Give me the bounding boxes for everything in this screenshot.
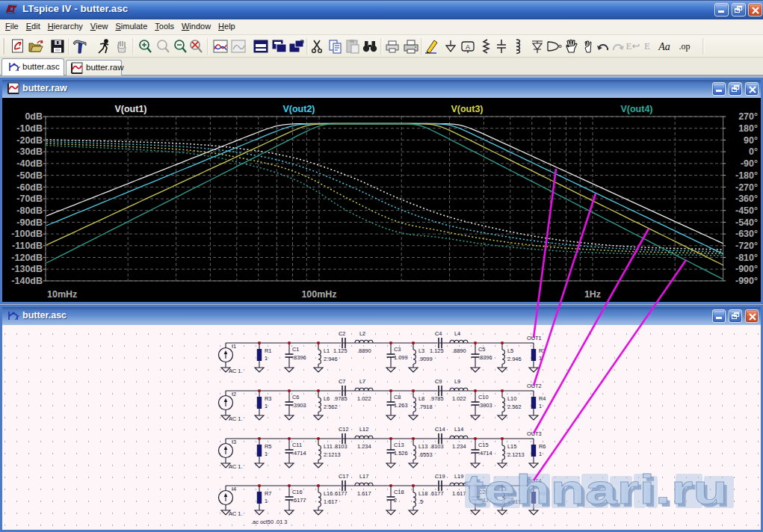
svg-text:1: 1 [539,355,542,362]
svg-text:1.234: 1.234 [357,443,371,450]
svg-text:1: 1 [265,451,268,457]
svg-text:1Hz: 1Hz [584,289,601,300]
svg-text:V(out1): V(out1) [114,104,146,114]
svg-text:.ac oct50 .01 3: .ac oct50 .01 3 [251,519,287,525]
svg-text:AC 1.: AC 1. [229,463,242,470]
svg-text:L8: L8 [418,395,424,402]
svg-text:C14: C14 [435,426,445,433]
svg-text:1.617: 1.617 [324,498,338,505]
svg-text:-630°: -630° [735,229,758,239]
svg-text:-140dB: -140dB [11,276,43,286]
svg-text:-110dB: -110dB [12,241,43,251]
svg-text:AC 1.: AC 1. [229,415,242,422]
svg-text:2.562: 2.562 [324,403,338,410]
svg-text:-90dB: -90dB [16,217,43,228]
svg-text:1: 1 [265,355,268,362]
svg-text:C9: C9 [435,378,442,385]
svg-text:R8: R8 [539,490,546,497]
svg-text:.3903: .3903 [478,402,492,409]
svg-text:1.617: 1.617 [452,490,466,497]
svg-text:.8396: .8396 [478,354,492,361]
svg-text:-50dB: -50dB [16,170,43,181]
svg-text:C3: C3 [394,346,401,353]
svg-text:-120dB: -120dB [11,253,43,263]
svg-text:L10: L10 [507,395,516,402]
svg-text:1.617: 1.617 [507,498,522,505]
svg-text:L11: L11 [324,443,333,450]
svg-text:.6553: .6553 [418,451,433,458]
svg-text:.4714: .4714 [292,450,306,457]
svg-text:AC 1.: AC 1. [229,368,242,374]
svg-text:I1: I1 [232,343,236,350]
svg-text:L3: L3 [418,347,424,354]
svg-text:-80dB: -80dB [16,205,43,216]
svg-text:1.263: 1.263 [394,402,408,409]
svg-text:C16: C16 [292,489,303,495]
svg-text:-990°: -990° [735,276,758,286]
svg-text:.7918: .7918 [418,403,433,410]
svg-text:-720°: -720° [735,241,758,251]
svg-text:1: 1 [539,451,542,457]
svg-text:1: 1 [539,498,542,504]
svg-text:.op: .op [679,41,691,52]
svg-text:I2: I2 [232,391,236,398]
svg-text:C4: C4 [435,330,442,337]
svg-text:C8: C8 [394,394,401,400]
svg-text:L9: L9 [454,378,460,385]
svg-text:-450°: -450° [735,205,758,216]
svg-text:C7: C7 [339,378,345,385]
svg-text:V(out4): V(out4) [620,104,652,114]
svg-text:L14: L14 [454,426,463,433]
svg-text:C13: C13 [394,442,404,448]
svg-text:-810°: -810° [735,253,758,263]
svg-text:L18: L18 [418,490,427,497]
svg-text:1: 1 [539,403,542,409]
svg-text:OUT1: OUT1 [527,335,542,341]
svg-text:C18: C18 [394,489,404,495]
svg-text:.9785: .9785 [333,395,347,402]
svg-text:.8103: .8103 [430,443,444,450]
svg-text:1: 1 [265,498,268,504]
svg-text:I3: I3 [232,439,236,445]
svg-text:Aa: Aa [658,41,670,52]
svg-text:2.1213: 2.1213 [324,451,341,458]
svg-text:V(out2): V(out2) [282,104,315,114]
svg-text:.9099: .9099 [418,356,433,362]
svg-text:-20dB: -20dB [16,135,43,146]
svg-text:100mHz: 100mHz [301,289,336,300]
svg-text:0°: 0° [749,146,758,157]
svg-text:.6177: .6177 [292,497,306,504]
svg-text:.8890: .8890 [452,347,466,354]
svg-text:1.022: 1.022 [452,395,466,402]
svg-text:-130dB: -130dB [11,264,43,274]
svg-text:.3903: .3903 [292,402,306,409]
svg-text:C15: C15 [478,442,489,448]
svg-text:E↩: E↩ [626,40,640,52]
svg-text:-540°: -540° [735,217,758,228]
svg-text:C5: C5 [478,346,485,353]
svg-text:.4714: .4714 [478,450,492,457]
svg-text:.6177: .6177 [478,497,492,504]
svg-text:R7: R7 [265,490,271,497]
svg-text:OUT4: OUT4 [527,477,542,484]
svg-text:2.1213: 2.1213 [507,451,525,458]
svg-text:R4: R4 [539,395,546,402]
svg-text:OUT2: OUT2 [527,383,542,389]
svg-text:.8396: .8396 [292,354,306,361]
svg-text:0dB: 0dB [25,111,43,122]
svg-text:C19: C19 [435,473,445,480]
svg-text:C12: C12 [339,426,349,433]
svg-text:-30dB: -30dB [16,146,43,157]
svg-text:R5: R5 [265,443,271,450]
svg-text:-180°: -180° [735,170,758,181]
svg-text:E: E [644,40,650,52]
svg-text:OUT3: OUT3 [527,430,542,437]
svg-text:A: A [466,43,470,51]
svg-text:-270°: -270° [735,182,758,193]
svg-text:-100dB: -100dB [11,229,43,239]
svg-text:L7: L7 [359,378,365,385]
svg-text:10mHz: 10mHz [47,289,77,300]
svg-text:.5: .5 [418,498,423,505]
svg-text:1.125: 1.125 [333,347,347,354]
svg-text:-360°: -360° [735,194,758,204]
